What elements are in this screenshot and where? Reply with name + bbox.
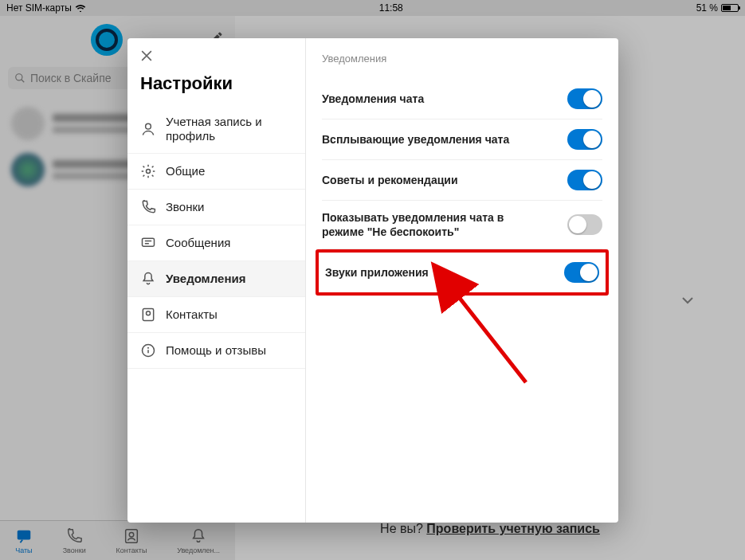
nav-label: Помощь и отзывы [166,343,266,358]
gear-icon [140,163,156,179]
contacts-icon [140,307,156,323]
nav-label: Учетная запись и профиль [166,115,292,143]
settings-title: Настройки [127,70,305,105]
setting-row-app-sounds: Звуки приложения [325,257,599,288]
nav-help[interactable]: Помощь и отзывы [127,333,305,369]
setting-label: Всплывающие уведомления чата [322,132,509,147]
setting-label: Звуки приложения [325,265,429,280]
setting-row-popup: Всплывающие уведомления чата [322,119,602,160]
highlighted-setting: Звуки приложения [316,249,609,296]
section-heading: Уведомления [322,53,602,65]
svg-rect-7 [143,238,155,246]
nav-notifications[interactable]: Уведомления [127,261,305,297]
bell-icon [140,271,156,287]
phone-icon [140,199,156,215]
nav-general[interactable]: Общие [127,154,305,190]
settings-panel: Уведомления Уведомления чата Всплывающие… [306,38,618,523]
toggle-app-sounds[interactable] [564,262,599,283]
nav-label: Звонки [166,200,204,214]
message-icon [140,235,156,251]
nav-label: Общие [166,164,205,178]
settings-nav: Настройки Учетная запись и профиль Общие… [127,38,306,523]
svg-point-6 [147,170,151,174]
nav-account[interactable]: Учетная запись и профиль [127,105,305,154]
setting-row-chat-notifications: Уведомления чата [322,79,602,119]
toggle-popup[interactable] [567,129,602,150]
setting-label: Показывать уведомления чата в режиме "Не… [322,210,529,239]
setting-row-tips: Советы и рекомендации [322,160,602,201]
info-icon [140,343,156,358]
svg-point-9 [147,311,151,315]
settings-modal: Настройки Учетная запись и профиль Общие… [127,38,618,523]
toggle-tips[interactable] [567,170,602,190]
close-icon [139,48,155,64]
toggle-chat-notifications[interactable] [567,88,602,109]
svg-point-5 [146,123,151,129]
nav-messages[interactable]: Сообщения [127,225,305,261]
svg-rect-8 [143,309,153,321]
person-icon [140,121,156,137]
nav-label: Контакты [166,307,218,322]
setting-label: Советы и рекомендации [322,173,458,187]
toggle-dnd[interactable] [567,214,602,235]
close-button[interactable] [127,38,305,70]
nav-label: Сообщения [166,236,230,250]
nav-label: Уведомления [166,272,245,286]
setting-row-dnd: Показывать уведомления чата в режиме "Не… [322,201,602,249]
nav-contacts[interactable]: Контакты [127,297,305,333]
setting-label: Уведомления чата [322,92,424,106]
nav-calls[interactable]: Звонки [127,190,305,225]
